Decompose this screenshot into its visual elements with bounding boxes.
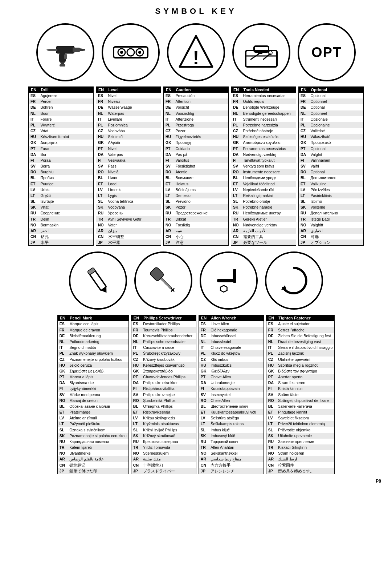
- lang-value: Gręžti: [39, 193, 94, 198]
- lang-value: Optioneel: [309, 110, 364, 116]
- lang-value: Waterpas: [106, 110, 161, 116]
- table-row: PTCuidado: [164, 146, 229, 152]
- lang-value: Precaución: [174, 93, 229, 98]
- lang-value: Ниво: [106, 175, 161, 181]
- table-row: TRGerekli Aletler: [231, 216, 296, 222]
- lang-value: Vater: [106, 222, 161, 228]
- lang-code: AR: [266, 456, 276, 462]
- lang-code: NL: [96, 110, 106, 116]
- table-row: SKVŕtať: [29, 204, 94, 210]
- table-row: CN可选: [299, 234, 364, 239]
- lang-value: Chave-de-fendas Phillips: [141, 374, 196, 380]
- lang-code: HU: [29, 134, 39, 140]
- lang-code: RU: [299, 210, 309, 216]
- svg-rect-32: [217, 279, 235, 282]
- lang-value: Kalem İşareti: [68, 444, 128, 450]
- lang-value: 内六方扳手: [209, 462, 264, 468]
- lang-code: BL: [164, 175, 174, 181]
- lang-value: Marcaj de creion: [68, 398, 128, 403]
- table-row: SLIzvrtajte: [29, 198, 94, 204]
- lang-code: NL: [266, 339, 276, 345]
- lang-value: Затяните крепление: [276, 439, 334, 444]
- lang-code: SK: [57, 433, 68, 439]
- table-row: TRAllen Anahtarı: [199, 444, 264, 450]
- lang-code: CN: [96, 234, 106, 239]
- lang-code: IT: [199, 345, 209, 350]
- lang-code: DA: [131, 380, 141, 386]
- lang-code: HU: [96, 134, 106, 140]
- lang-value: Izvrtajte: [39, 198, 94, 204]
- lang-value: Затегнете натегача: [276, 403, 334, 409]
- lang-value: Savelciet fiksatoru: [276, 415, 334, 421]
- table-row: RUУровень: [96, 210, 161, 216]
- lang-value: Clé hexagonale: [209, 327, 264, 333]
- table-row: CZVolitelné: [299, 128, 364, 134]
- table-row: CN铅笔标记: [57, 462, 128, 468]
- svg-point-11: [127, 49, 134, 56]
- table-row: ARاحفر: [29, 228, 94, 234]
- table-row: FRMarque de crayon: [57, 327, 128, 333]
- table-row: LVKrižņu skrūvgriezis: [131, 415, 196, 421]
- lang-code: RU: [29, 210, 39, 216]
- lang-code: LV: [164, 187, 174, 193]
- lang-code: FR: [266, 327, 276, 333]
- lang-code: ET: [29, 181, 39, 187]
- table-row: RUКрестовая отвертка: [131, 439, 196, 444]
- lang-code: FR: [131, 327, 141, 333]
- lang-code: TR: [299, 216, 309, 222]
- lang-value: Phillips schroevendraaier: [141, 339, 196, 345]
- lang-value: Необходими уреди: [241, 175, 296, 181]
- lang-value: Demesio: [174, 193, 229, 198]
- table-row: GKΠροσοχή: [164, 140, 229, 145]
- table-row: LTPažymėti pieštuku: [57, 421, 128, 427]
- table-row: NOStjerneskrujern: [131, 450, 196, 456]
- lang-value: Необходимые инстру: [241, 210, 296, 216]
- key-table-level: ENLevelESNivelFRNiveauDEWasserwaageNLWat…: [96, 86, 161, 246]
- lang-value: Klíč imbus: [209, 357, 264, 362]
- lang-code: ES: [57, 321, 68, 327]
- table-row: DEOptional: [299, 104, 364, 110]
- lang-code: SK: [29, 204, 39, 210]
- lang-code: DE: [299, 104, 309, 110]
- lang-code: PT: [29, 146, 39, 152]
- lang-value: Cuidado: [174, 146, 229, 152]
- lang-code: JP: [164, 239, 174, 246]
- table-row: ROStrângeți dispozitivul de fixare: [266, 398, 334, 403]
- lang-code: LT: [164, 193, 174, 198]
- lang-code: IT: [96, 116, 106, 122]
- lang-code: HU: [199, 362, 209, 368]
- table-row: FILyijykynämerkki: [57, 386, 128, 391]
- lang-code: DE: [29, 104, 39, 110]
- lang-code: SL: [57, 427, 68, 433]
- lang-code: JP: [199, 468, 209, 474]
- lang-code: FI: [57, 386, 68, 391]
- tighten-fastener-icon: [265, 251, 323, 310]
- table-row: HUFigyelmeztetés: [164, 134, 229, 140]
- lang-code: PL: [96, 122, 106, 128]
- lang-code: NL: [164, 110, 174, 116]
- lang-code: FR: [57, 327, 68, 333]
- lang-code: CZ: [266, 357, 276, 362]
- drill-icon: [36, 23, 94, 81]
- table-row: JP注意: [164, 239, 229, 246]
- lang-code: LV: [231, 187, 241, 193]
- table-header-lang: EN: [266, 315, 276, 321]
- lang-value: Lyijykynämerkki: [68, 386, 128, 391]
- phillips-screwdriver-icon: [134, 251, 192, 310]
- lang-code: SV: [131, 392, 141, 398]
- lang-code: PL: [164, 122, 174, 128]
- table-row: GKΒιδώστε τον σφιγκτήρα: [266, 368, 334, 374]
- lang-value: Furar: [39, 146, 94, 152]
- lang-value: Pozor: [174, 204, 229, 210]
- lang-value: Imbusový kľúč: [209, 433, 264, 439]
- lang-value: Borra: [39, 163, 94, 169]
- lang-code: CN: [57, 462, 68, 468]
- table-row: TRYıldız Tornavida: [131, 444, 196, 450]
- table-row: BLДопълнителен: [299, 175, 364, 181]
- lang-code: TR: [266, 444, 276, 450]
- level-icon: [102, 23, 160, 81]
- table-row: LTŠešiakampis raktas: [199, 421, 264, 427]
- lang-value: علامة بالقلم الرصاص: [68, 456, 128, 462]
- table-row: DEZiehen Sie die Befestigung fest: [266, 333, 334, 339]
- table-row: ROȘurubelniță Phillips: [131, 398, 196, 403]
